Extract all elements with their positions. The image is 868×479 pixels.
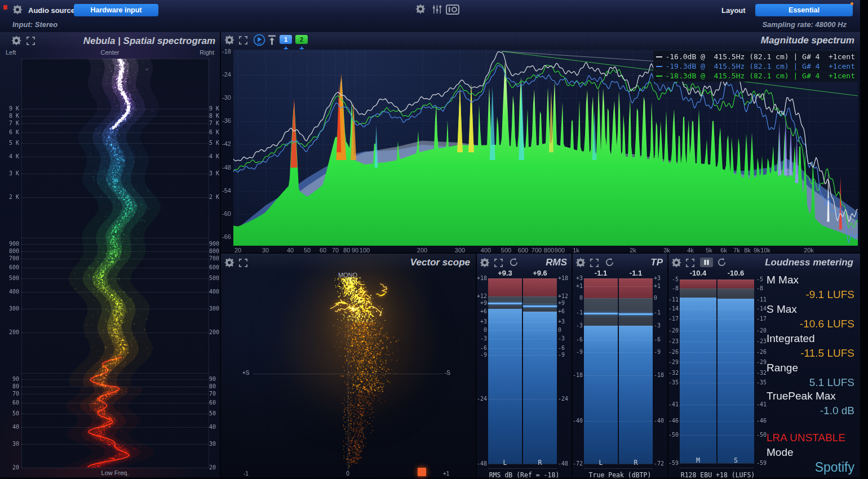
- meter-gridline: [680, 362, 754, 363]
- clip-indicator[interactable]: [418, 468, 426, 476]
- mixer-sliders-icon[interactable]: [432, 4, 442, 15]
- freq-gridline: [21, 427, 209, 428]
- mode-value[interactable]: Spotify: [767, 460, 854, 475]
- nebula-settings-gear-icon[interactable]: [11, 36, 21, 46]
- meter-tick-label: -9: [573, 349, 583, 355]
- nebula-panel: Nebula | Spatial spectrogram Left Center…: [0, 32, 220, 477]
- meter-tick-label: +18: [477, 275, 487, 281]
- meter-gridline: [584, 340, 653, 340]
- magnitude-spectrum-panel: live 1 + 2 + Magnitude spectrum -16.0dB …: [221, 32, 860, 252]
- meter-peak-line: [619, 313, 653, 315]
- io-routing-icon[interactable]: [446, 5, 459, 15]
- essential-layout-button[interactable]: Essential: [755, 4, 853, 16]
- lra-warning: LRA UNSTABLE: [767, 432, 845, 444]
- db-tick-label: -48: [221, 164, 231, 171]
- minus-s-label: -S: [445, 370, 450, 376]
- center-channel-label: Center: [0, 49, 220, 56]
- spatial-spectrogram-display[interactable]: [21, 59, 209, 468]
- loudness-channel-m: M: [680, 456, 716, 464]
- snapshot-1-button[interactable]: 1: [280, 35, 292, 44]
- vectorscope-display: [232, 274, 468, 472]
- freq-gridline: [21, 116, 209, 117]
- meter-tick-label: -48: [477, 460, 487, 467]
- rms-footer: RMS dB (Ref = -18): [477, 471, 572, 479]
- meter-gridline: [680, 319, 754, 320]
- meter-tick-label: -41: [668, 401, 679, 407]
- freq-tick-label-left: 30: [3, 441, 19, 447]
- meter-gridline: [584, 313, 653, 313]
- meter-gridline: [488, 399, 557, 400]
- layout-label: Layout: [721, 6, 746, 15]
- meter-tick-label: +18: [558, 275, 572, 281]
- meter-tick-label: -9: [654, 349, 667, 355]
- meter-gridline: [680, 280, 754, 280]
- meter-tick-label: -18: [654, 372, 667, 378]
- plot-border-top: [21, 59, 209, 59]
- meter-tick-label: -40: [654, 418, 667, 424]
- freq-tick-label-left: 900: [3, 241, 19, 247]
- freq-tick-label-left: 200: [3, 329, 19, 335]
- stat-value: 5.1 LUFS: [767, 376, 854, 389]
- freq-gridline: [21, 444, 209, 445]
- topbar: Audio source Hardware input Layout Essen…: [0, 0, 860, 32]
- tp-meter: +3+3+1+100-1-1-3-3-6-6-9-9-18-18-40-40-7…: [573, 254, 667, 477]
- meter-tick-label: -20: [668, 327, 679, 334]
- vectorscope-settings-gear-icon[interactable]: [224, 258, 234, 268]
- freq-tick-label-left: 800: [3, 248, 19, 254]
- meter-tick-label: -8: [668, 285, 679, 291]
- input-info: Input: Stereo: [12, 20, 57, 29]
- audio-source-label: Audio source: [28, 6, 75, 15]
- tp-channel-right: R: [619, 459, 653, 467]
- stat-value: -9.1 LUFS: [767, 289, 854, 301]
- freq-tick-label: 4k: [680, 247, 701, 254]
- meter-gridline: [680, 373, 754, 374]
- freq-gridline: [21, 278, 209, 279]
- meter-tick-label: +9: [477, 300, 487, 306]
- db-tick-label: -18: [221, 48, 231, 55]
- freq-tick-label-left: 3 K: [3, 170, 19, 176]
- live-play-button[interactable]: live: [253, 34, 265, 46]
- peak-hold-icon[interactable]: [268, 34, 276, 46]
- meter-tick-label: -5: [668, 276, 679, 282]
- freq-tick-label: 2k: [623, 247, 643, 254]
- stat-label: TruePeak Max: [767, 390, 836, 402]
- meter-tick-label: -29: [668, 359, 679, 365]
- vector-scope-panel: Vector scope MONO +S -S -1 0 +1: [221, 254, 476, 477]
- meter-tick-label: -32: [668, 370, 679, 376]
- meter-tick-label: -24: [477, 396, 487, 402]
- meter-tick-label: -46: [668, 418, 679, 424]
- snapshot-2-button[interactable]: 2: [295, 35, 308, 44]
- freq-tick-label-left: 400: [3, 289, 19, 295]
- meter-gridline: [584, 375, 653, 376]
- meter-tick-label: -23: [668, 338, 679, 344]
- nebula-fullscreen-icon[interactable]: [26, 37, 35, 45]
- freq-gridline: [21, 403, 209, 403]
- meter-gridline: [584, 352, 653, 353]
- meter-gridline: [488, 348, 557, 349]
- freq-tick-label: 1k: [566, 247, 586, 254]
- mode-label: Mode: [767, 446, 794, 459]
- meter-headroom-zone: [584, 298, 618, 326]
- settings-gear-icon[interactable]: [415, 4, 426, 14]
- hardware-input-button[interactable]: Hardware input: [74, 4, 158, 16]
- audio-source-gear-icon[interactable]: [12, 5, 23, 15]
- freq-gridline: [21, 394, 209, 394]
- meter-peak-line: [523, 305, 557, 307]
- meter-headroom-zone: [718, 289, 754, 299]
- stat-value: -11.5 LUFS: [767, 347, 854, 360]
- freq-gridline: [21, 157, 209, 157]
- meter-tick-label: -9: [558, 352, 572, 358]
- app-root: Audio source Hardware input Layout Essen…: [0, 0, 868, 479]
- meter-gridline: [680, 421, 754, 422]
- meter-gridline: [488, 330, 557, 331]
- meter-bar: [488, 309, 522, 464]
- spectrum-fullscreen-icon[interactable]: [239, 36, 247, 45]
- freq-tick-label-left: 700: [3, 255, 19, 261]
- meter-gridline: [680, 300, 754, 300]
- plus-one-label: +1: [443, 471, 449, 477]
- meter-tick-label: -3: [573, 322, 583, 329]
- meter-tick-label: -72: [573, 460, 583, 467]
- vectorscope-fullscreen-icon[interactable]: [239, 259, 247, 267]
- spectrum-settings-gear-icon[interactable]: [224, 35, 234, 45]
- meter-tick-label: 0: [558, 327, 572, 333]
